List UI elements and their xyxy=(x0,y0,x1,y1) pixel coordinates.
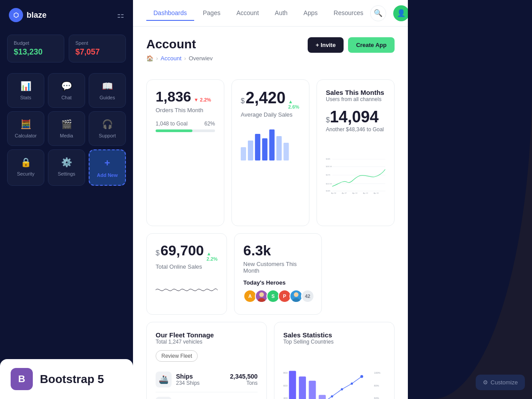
chat-icon: 💬 xyxy=(61,81,72,91)
progress-bar-bg xyxy=(156,129,215,132)
sidebar-item-calculator[interactable]: 🧮 Calculator xyxy=(7,111,44,146)
online-sales-card: $ 69,700 ▲ 2.2% Total Online Sales xyxy=(146,233,227,315)
ships-count: 234 Ships xyxy=(176,380,200,386)
svg-text:$10K: $10K xyxy=(326,190,330,192)
customize-label: Customize xyxy=(491,379,518,386)
create-app-button[interactable]: Create App xyxy=(348,37,395,53)
orders-number: 1,836 xyxy=(156,89,191,105)
budget-label: Budget xyxy=(14,40,58,46)
support-icon: 🎧 xyxy=(102,119,113,129)
svg-rect-2 xyxy=(255,134,260,160)
svg-rect-5 xyxy=(276,136,282,160)
fleet-card: Our Fleet Tonnage Total 1,247 vehicles R… xyxy=(146,322,267,399)
sidebar: ⬡ blaze ⚏ Budget $13,230 Spent $7,057 📊 … xyxy=(0,0,133,399)
nav-link-account[interactable]: Account xyxy=(229,6,266,21)
sidebar-item-support[interactable]: 🎧 Support xyxy=(89,111,126,146)
bootstrap-icon: B xyxy=(11,368,33,390)
breadcrumb-account[interactable]: Account xyxy=(160,55,181,62)
svg-text:600: 600 xyxy=(283,384,288,387)
sidebar-item-chat[interactable]: 💬 Chat xyxy=(48,73,85,108)
new-customers-card: 6.3k New Customers This Month Today's He… xyxy=(234,233,322,315)
svg-text:Apr 10: Apr 10 xyxy=(352,192,357,194)
nav-link-apps[interactable]: Apps xyxy=(297,6,325,21)
svg-text:400: 400 xyxy=(283,397,288,399)
svg-text:800: 800 xyxy=(283,372,288,374)
nav-link-pages[interactable]: Pages xyxy=(196,6,228,21)
calculator-icon: 🧮 xyxy=(20,119,31,129)
chat-label: Chat xyxy=(61,95,71,100)
calculator-label: Calculator xyxy=(15,133,37,138)
review-fleet-button[interactable]: Review Fleet xyxy=(156,350,198,362)
orders-change: ▼ 2.2% xyxy=(194,97,211,102)
settings-icon: ⚙️ xyxy=(61,157,72,168)
security-label: Security xyxy=(17,171,35,176)
top-nav-actions: 🔍 👤 xyxy=(370,5,408,21)
daily-sales-change: ▲ 2.6% xyxy=(288,99,300,110)
sales-line-chart: $24K $20.5K $17K $13.5K $10K xyxy=(326,137,385,217)
trucks-icon: 🚚 xyxy=(156,397,172,399)
bootstrap-card: B Bootstrap 5 xyxy=(0,359,133,399)
svg-text:80%: 80% xyxy=(374,384,379,387)
progress-section: 1,048 to Goal 62% xyxy=(156,121,215,132)
breadcrumb-home-icon[interactable]: 🏠 xyxy=(146,55,153,62)
progress-label-text: 1,048 to Goal xyxy=(156,121,188,127)
orders-card: 1,836 ▼ 2.2% Orders This Month 1,048 to … xyxy=(146,79,224,226)
svg-point-25 xyxy=(292,298,300,303)
progress-pct: 62% xyxy=(204,121,215,127)
fleet-item-ships: 🚢 Ships 234 Ships 2,345,500 Tons xyxy=(156,367,258,392)
svg-rect-6 xyxy=(283,143,289,160)
svg-rect-37 xyxy=(319,395,326,399)
header-actions: + Invite Create App xyxy=(308,37,395,53)
svg-point-46 xyxy=(331,395,333,397)
svg-rect-36 xyxy=(309,381,316,399)
main-content: Dashboards Pages Account Auth Apps Resou… xyxy=(133,0,408,399)
sidebar-item-stats[interactable]: 📊 Stats xyxy=(7,73,44,108)
nav-link-resources[interactable]: Resources xyxy=(327,6,371,21)
nav-link-auth[interactable]: Auth xyxy=(268,6,295,21)
top-nav-links: Dashboards Pages Account Auth Apps Resou… xyxy=(146,6,370,21)
online-sales-prefix: $ xyxy=(156,249,160,257)
ships-value: 2,345,500 Tons xyxy=(230,373,258,386)
svg-text:Apr 16: Apr 16 xyxy=(374,192,379,194)
fleet-item-trucks: 🚚 Trucks 1,460 Trucks 457,200 Tons xyxy=(156,392,258,399)
heroes-section: Today's Heroes A S P 42 xyxy=(243,279,313,303)
sidebar-item-settings[interactable]: ⚙️ Settings xyxy=(48,149,85,186)
svg-text:Apr 07: Apr 07 xyxy=(342,192,347,194)
notification-button[interactable]: 👤 xyxy=(393,5,408,21)
security-icon: 🔒 xyxy=(20,157,31,168)
logo-text: blaze xyxy=(27,11,47,20)
svg-point-22 xyxy=(259,292,264,297)
menu-icon[interactable]: ⚏ xyxy=(117,10,124,20)
wavy-chart xyxy=(156,274,218,305)
svg-text:100%: 100% xyxy=(374,372,380,374)
invite-button[interactable]: + Invite xyxy=(308,37,344,53)
nav-link-dashboards[interactable]: Dashboards xyxy=(146,6,194,21)
sidebar-logo: ⬡ blaze xyxy=(9,8,47,22)
svg-rect-3 xyxy=(262,138,267,160)
avatar-row: A S P 42 xyxy=(243,289,313,303)
sales-month-sub: Users from all channels xyxy=(326,96,385,102)
daily-sales-card: $ 2,420 ▲ 2.6% Average Daily Sales xyxy=(231,79,309,226)
sidebar-item-security[interactable]: 🔒 Security xyxy=(7,149,44,186)
search-button[interactable]: 🔍 xyxy=(370,5,386,21)
budget-card: Budget $13,230 xyxy=(7,35,64,63)
avatar-more: 42 xyxy=(301,289,314,303)
logo-icon: ⬡ xyxy=(9,8,23,22)
svg-point-24 xyxy=(294,292,298,297)
svg-rect-34 xyxy=(289,371,296,399)
add-new-label: Add New xyxy=(97,172,117,178)
customize-button[interactable]: ⚙ Customize xyxy=(476,375,525,390)
customize-icon: ⚙ xyxy=(483,379,488,386)
online-sales-label: Total Online Sales xyxy=(156,263,218,270)
sidebar-item-guides[interactable]: 📖 Guides xyxy=(89,73,126,108)
sidebar-item-add-new[interactable]: + Add New xyxy=(89,149,126,186)
orders-label: Orders This Month xyxy=(156,107,215,113)
sidebar-item-media[interactable]: 🎬 Media xyxy=(48,111,85,146)
sales-month-goal: Another $48,346 to Goal xyxy=(326,126,385,133)
bottom-grid: Our Fleet Tonnage Total 1,247 vehicles R… xyxy=(146,322,395,399)
svg-text:Apr 04: Apr 04 xyxy=(331,192,336,194)
budget-value: $13,230 xyxy=(14,47,58,57)
media-icon: 🎬 xyxy=(61,119,72,129)
breadcrumb: 🏠 › Account › Overwiev xyxy=(146,55,213,62)
ships-icon: 🚢 xyxy=(156,372,172,387)
